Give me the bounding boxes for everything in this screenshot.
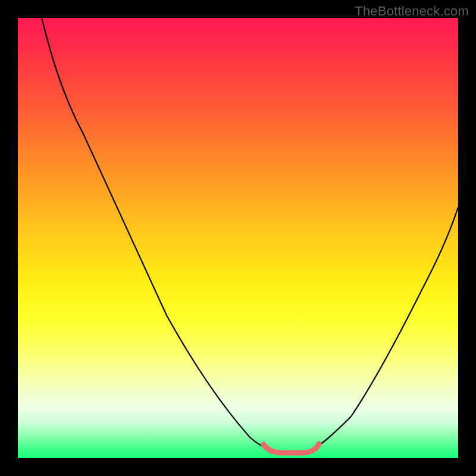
chart-plot-area [18,18,458,458]
watermark-text: TheBottleneck.com [355,4,469,19]
curve-layer [18,18,458,458]
trough-marker-dot-right [317,441,322,447]
curve-right-branch [312,207,458,449]
trough-marker [265,445,318,453]
trough-marker-dot-left [261,442,267,447]
curve-left-branch [42,18,271,449]
